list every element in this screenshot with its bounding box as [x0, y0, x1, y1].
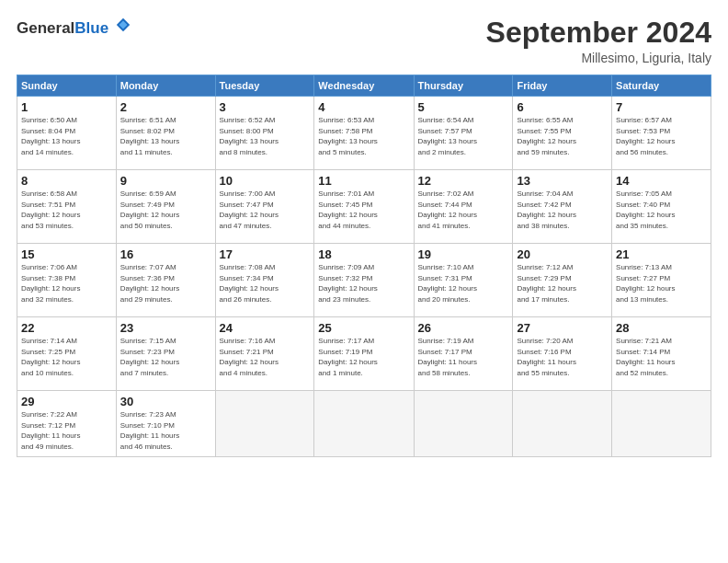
table-row: 18Sunrise: 7:09 AM Sunset: 7:32 PM Dayli…: [314, 244, 414, 317]
calendar-week-row: 8Sunrise: 6:58 AM Sunset: 7:51 PM Daylig…: [17, 170, 711, 244]
calendar-week-row: 1Sunrise: 6:50 AM Sunset: 8:04 PM Daylig…: [17, 97, 711, 170]
logo-icon: [115, 17, 131, 33]
table-row: 12Sunrise: 7:02 AM Sunset: 7:44 PM Dayli…: [414, 170, 513, 244]
logo: GeneralBlue: [17, 17, 131, 38]
table-row: 7Sunrise: 6:57 AM Sunset: 7:53 PM Daylig…: [612, 97, 711, 170]
month-title: September 2024: [486, 17, 711, 49]
page-header: GeneralBlue September 2024 Millesimo, Li…: [17, 17, 711, 65]
table-row: 10Sunrise: 7:00 AM Sunset: 7:47 PM Dayli…: [215, 170, 314, 244]
calendar-week-row: 15Sunrise: 7:06 AM Sunset: 7:38 PM Dayli…: [17, 244, 711, 317]
table-row: 11Sunrise: 7:01 AM Sunset: 7:45 PM Dayli…: [314, 170, 414, 244]
table-row: 27Sunrise: 7:20 AM Sunset: 7:16 PM Dayli…: [513, 317, 612, 391]
calendar-header-row: Sunday Monday Tuesday Wednesday Thursday…: [17, 75, 711, 97]
table-row: 5Sunrise: 6:54 AM Sunset: 7:57 PM Daylig…: [414, 97, 513, 170]
calendar-week-row: 29Sunrise: 7:22 AM Sunset: 7:12 PM Dayli…: [17, 391, 711, 456]
table-row: 3Sunrise: 6:52 AM Sunset: 8:00 PM Daylig…: [215, 97, 314, 170]
table-row: [513, 391, 612, 456]
table-row: 4Sunrise: 6:53 AM Sunset: 7:58 PM Daylig…: [314, 97, 414, 170]
table-row: 2Sunrise: 6:51 AM Sunset: 8:02 PM Daylig…: [116, 97, 215, 170]
table-row: [612, 391, 711, 456]
table-row: 1Sunrise: 6:50 AM Sunset: 8:04 PM Daylig…: [17, 97, 117, 170]
col-monday: Monday: [116, 75, 215, 97]
table-row: 8Sunrise: 6:58 AM Sunset: 7:51 PM Daylig…: [17, 170, 117, 244]
logo-general: GeneralBlue: [17, 17, 131, 38]
table-row: 21Sunrise: 7:13 AM Sunset: 7:27 PM Dayli…: [612, 244, 711, 317]
location-title: Millesimo, Liguria, Italy: [486, 51, 711, 65]
table-row: 9Sunrise: 6:59 AM Sunset: 7:49 PM Daylig…: [116, 170, 215, 244]
table-row: 29Sunrise: 7:22 AM Sunset: 7:12 PM Dayli…: [17, 391, 117, 456]
table-row: [414, 391, 513, 456]
table-row: 13Sunrise: 7:04 AM Sunset: 7:42 PM Dayli…: [513, 170, 612, 244]
table-row: 24Sunrise: 7:16 AM Sunset: 7:21 PM Dayli…: [215, 317, 314, 391]
table-row: 23Sunrise: 7:15 AM Sunset: 7:23 PM Dayli…: [116, 317, 215, 391]
col-thursday: Thursday: [414, 75, 513, 97]
table-row: 25Sunrise: 7:17 AM Sunset: 7:19 PM Dayli…: [314, 317, 414, 391]
calendar-week-row: 22Sunrise: 7:14 AM Sunset: 7:25 PM Dayli…: [17, 317, 711, 391]
table-row: [314, 391, 414, 456]
table-row: 19Sunrise: 7:10 AM Sunset: 7:31 PM Dayli…: [414, 244, 513, 317]
table-row: 30Sunrise: 7:23 AM Sunset: 7:10 PM Dayli…: [116, 391, 215, 456]
col-tuesday: Tuesday: [215, 75, 314, 97]
table-row: [215, 391, 314, 456]
col-saturday: Saturday: [612, 75, 711, 97]
table-row: 6Sunrise: 6:55 AM Sunset: 7:55 PM Daylig…: [513, 97, 612, 170]
calendar-table: Sunday Monday Tuesday Wednesday Thursday…: [17, 75, 711, 456]
col-sunday: Sunday: [17, 75, 117, 97]
table-row: 22Sunrise: 7:14 AM Sunset: 7:25 PM Dayli…: [17, 317, 117, 391]
table-row: 17Sunrise: 7:08 AM Sunset: 7:34 PM Dayli…: [215, 244, 314, 317]
table-row: 15Sunrise: 7:06 AM Sunset: 7:38 PM Dayli…: [17, 244, 117, 317]
table-row: 20Sunrise: 7:12 AM Sunset: 7:29 PM Dayli…: [513, 244, 612, 317]
col-friday: Friday: [513, 75, 612, 97]
table-row: 28Sunrise: 7:21 AM Sunset: 7:14 PM Dayli…: [612, 317, 711, 391]
col-wednesday: Wednesday: [314, 75, 414, 97]
title-block: September 2024 Millesimo, Liguria, Italy: [486, 17, 711, 65]
table-row: 14Sunrise: 7:05 AM Sunset: 7:40 PM Dayli…: [612, 170, 711, 244]
table-row: 26Sunrise: 7:19 AM Sunset: 7:17 PM Dayli…: [414, 317, 513, 391]
table-row: 16Sunrise: 7:07 AM Sunset: 7:36 PM Dayli…: [116, 244, 215, 317]
